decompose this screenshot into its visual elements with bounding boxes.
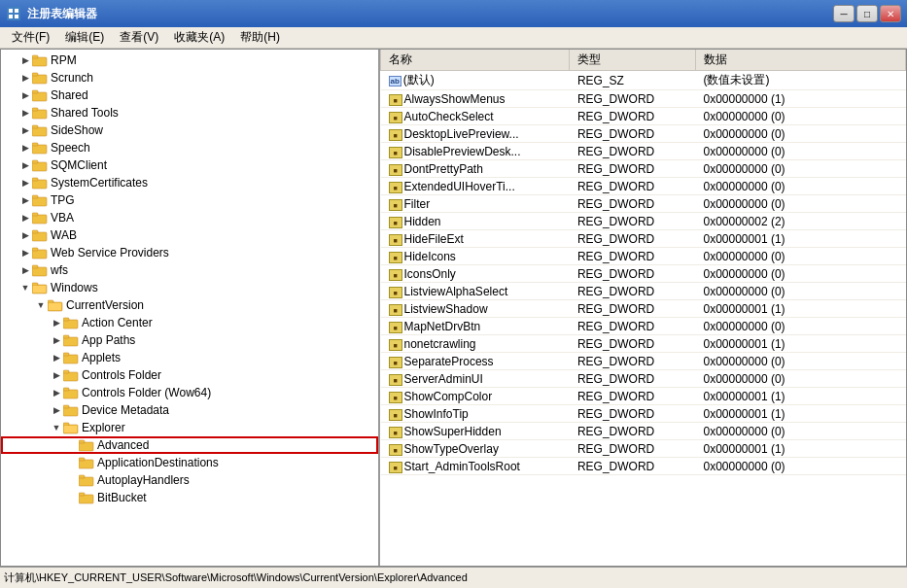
tree-item[interactable]: ▶ Shared Tools [1, 104, 378, 121]
maximize-button[interactable]: □ [856, 5, 878, 22]
table-row[interactable]: ■IconsOnly REG_DWORD 0x00000000 (0) [381, 265, 906, 283]
table-row[interactable]: ■AutoCheckSelect REG_DWORD 0x00000000 (0… [381, 108, 906, 125]
tree-item[interactable]: Advanced [1, 436, 378, 454]
table-row[interactable]: ■ServerAdminUI REG_DWORD 0x00000000 (0) [381, 370, 906, 388]
table-row[interactable]: ■ExtendedUIHoverTi... REG_DWORD 0x000000… [381, 178, 906, 195]
table-row[interactable]: ■DontPrettyPath REG_DWORD 0x00000000 (0) [381, 160, 906, 178]
table-row[interactable]: ■SeparateProcess REG_DWORD 0x00000000 (0… [381, 353, 906, 370]
tree-item[interactable]: ▶ wfs [1, 261, 378, 279]
svg-rect-55 [79, 458, 85, 461]
value-name: ■ShowCompColor [381, 388, 570, 405]
value-type: REG_DWORD [570, 283, 696, 300]
svg-rect-32 [32, 283, 38, 286]
expand-icon: ▶ [18, 143, 32, 153]
tree-item[interactable]: ▼ Windows [1, 279, 378, 296]
table-row[interactable]: ■Start_AdminToolsRoot REG_DWORD 0x000000… [381, 458, 906, 475]
tree-item-label: wfs [51, 263, 68, 277]
table-row[interactable]: ■ShowCompColor REG_DWORD 0x00000001 (1) [381, 388, 906, 405]
tree-item[interactable]: ▶ Speech [1, 139, 378, 156]
table-row[interactable]: ■DisablePreviewDesk... REG_DWORD 0x00000… [381, 143, 906, 160]
tree-item-label: SQMClient [51, 158, 107, 172]
value-name: ■SeparateProcess [381, 353, 570, 370]
table-row[interactable]: ■Hidden REG_DWORD 0x00000002 (2) [381, 213, 906, 230]
expand-icon: ▼ [18, 283, 32, 293]
table-row[interactable]: ■ShowTypeOverlay REG_DWORD 0x00000001 (1… [381, 440, 906, 458]
tree-item[interactable]: ▶ Controls Folder (Wow64) [1, 384, 378, 401]
svg-rect-10 [32, 90, 38, 93]
value-data: 0x00000002 (2) [695, 213, 905, 230]
menu-edit[interactable]: 编辑(E) [57, 27, 112, 48]
tree-item[interactable]: AutoplayHandlers [1, 471, 378, 489]
svg-rect-46 [63, 388, 69, 391]
expand-icon: ▶ [50, 353, 63, 363]
table-row[interactable]: ab(默认) REG_SZ (数值未设置) [381, 71, 906, 90]
tree-item[interactable]: ▶ SystemCertificates [1, 174, 378, 191]
tree-item[interactable]: ▶ Scrunch [1, 69, 378, 86]
tree-item[interactable]: ▶ SQMClient [1, 156, 378, 174]
svg-rect-41 [63, 355, 78, 363]
value-name: ■DontPrettyPath [381, 160, 570, 178]
tree-item[interactable]: ▶ Applets [1, 349, 378, 366]
folder-icon [63, 333, 79, 347]
table-row[interactable]: ■HideIcons REG_DWORD 0x00000000 (0) [381, 248, 906, 265]
table-row[interactable]: ■ListviewAlphaSelect REG_DWORD 0x0000000… [381, 283, 906, 300]
table-row[interactable]: ■Filter REG_DWORD 0x00000000 (0) [381, 195, 906, 213]
value-type: REG_DWORD [570, 108, 696, 125]
table-row[interactable]: ■ListviewShadow REG_DWORD 0x00000001 (1) [381, 300, 906, 318]
table-row[interactable]: ■nonetcrawling REG_DWORD 0x00000001 (1) [381, 335, 906, 353]
tree-item-label: Controls Folder (Wow64) [82, 386, 211, 399]
tree-item[interactable]: ▶ WAB [1, 226, 378, 244]
menu-file[interactable]: 文件(F) [4, 27, 57, 48]
tree-item[interactable]: ▼ CurrentVersion [1, 296, 378, 314]
tree-item[interactable]: ▶ TPG [1, 191, 378, 209]
value-type: REG_SZ [570, 71, 696, 90]
table-row[interactable]: ■HideFileExt REG_DWORD 0x00000001 (1) [381, 230, 906, 248]
tree-item[interactable]: ▶ Action Center [1, 314, 378, 331]
menu-favorites[interactable]: 收藏夹(A) [166, 27, 232, 48]
table-row[interactable]: ■ShowSuperHidden REG_DWORD 0x00000000 (0… [381, 423, 906, 440]
tree-item[interactable]: ▶ Device Metadata [1, 401, 378, 419]
svg-rect-18 [32, 160, 38, 163]
value-name: ■nonetcrawling [381, 335, 570, 353]
folder-icon [79, 473, 94, 487]
svg-rect-44 [63, 370, 69, 373]
tree-item[interactable]: ▶ SideShow [1, 121, 378, 139]
table-row[interactable]: ■MapNetDrvBtn REG_DWORD 0x00000000 (0) [381, 318, 906, 335]
expand-icon: ▶ [50, 405, 63, 415]
expand-icon: ▶ [18, 108, 32, 118]
svg-rect-8 [32, 73, 38, 76]
tree-item-label: BitBucket [97, 491, 147, 504]
svg-rect-33 [33, 286, 46, 293]
table-row[interactable]: ■AlwaysShowMenus REG_DWORD 0x00000000 (1… [381, 90, 906, 108]
value-type: REG_DWORD [570, 178, 696, 195]
svg-rect-37 [63, 320, 78, 329]
tree-panel[interactable]: ▶ RPM ▶ Scrunch ▶ Shared ▶ [1, 50, 380, 566]
value-data: 0x00000000 (0) [695, 248, 905, 265]
table-row[interactable]: ■ShowInfoTip REG_DWORD 0x00000001 (1) [381, 405, 906, 423]
values-panel[interactable]: 名称 类型 数据 ab(默认) REG_SZ (数值未设置) ■AlwaysSh… [380, 50, 906, 566]
tree-item[interactable]: ▶ Web Service Providers [1, 244, 378, 261]
tree-item[interactable]: ▶ App Paths [1, 331, 378, 349]
tree-item-label: RPM [51, 53, 77, 67]
svg-rect-43 [63, 372, 78, 381]
tree-item[interactable]: ▶ VBA [1, 209, 378, 226]
table-row[interactable]: ■DesktopLivePreview... REG_DWORD 0x00000… [381, 125, 906, 143]
svg-rect-13 [32, 127, 47, 136]
title-bar: 注册表编辑器 ─ □ ✕ [0, 0, 907, 27]
tree-item[interactable]: ApplicationDestinations [1, 454, 378, 471]
tree-item[interactable]: ▶ Shared [1, 86, 378, 104]
svg-rect-9 [32, 92, 47, 101]
value-name: ■ExtendedUIHoverTi... [381, 178, 570, 195]
minimize-button[interactable]: ─ [833, 5, 855, 22]
menu-help[interactable]: 帮助(H) [232, 27, 288, 48]
expand-icon: ▶ [18, 248, 32, 258]
tree-item[interactable]: BitBucket [1, 489, 378, 506]
tree-item[interactable]: ▶ Controls Folder [1, 366, 378, 384]
tree-item[interactable]: ▼ Explorer [1, 419, 378, 436]
svg-rect-53 [79, 440, 85, 443]
svg-rect-19 [32, 180, 47, 189]
value-type: REG_DWORD [570, 230, 696, 248]
menu-view[interactable]: 查看(V) [112, 27, 166, 48]
tree-item[interactable]: ▶ RPM [1, 52, 378, 69]
close-button[interactable]: ✕ [880, 5, 901, 22]
